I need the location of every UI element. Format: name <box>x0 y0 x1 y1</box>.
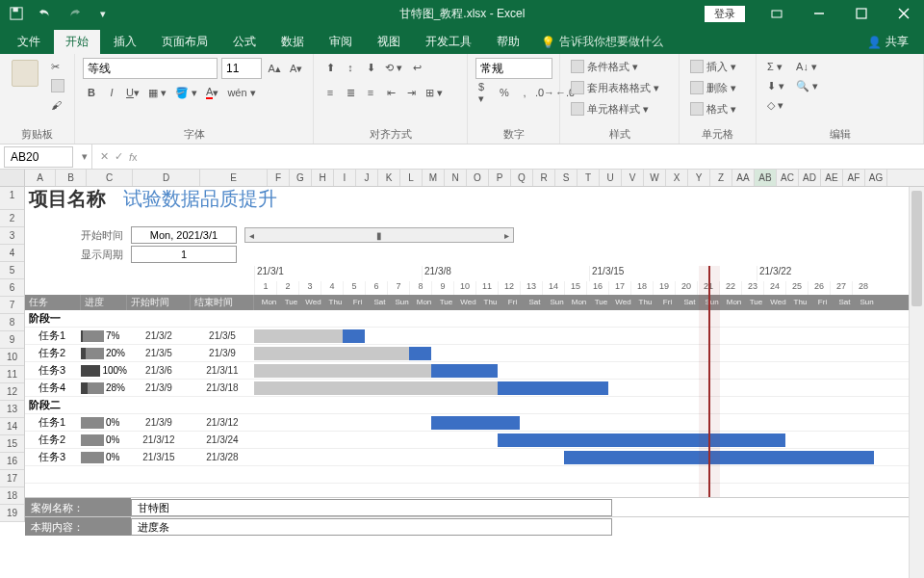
col-header-K[interactable]: K <box>378 170 400 186</box>
col-header-C[interactable]: C <box>87 170 133 186</box>
col-header-V[interactable]: V <box>622 170 644 186</box>
indent-left-icon[interactable]: ⇤ <box>382 83 399 102</box>
find-select-button[interactable]: 🔍 ▾ <box>793 77 821 94</box>
col-header-I[interactable]: I <box>334 170 356 186</box>
fill-color-button[interactable]: 🪣 ▾ <box>172 83 200 102</box>
col-header-W[interactable]: W <box>644 170 666 186</box>
save-icon[interactable] <box>6 3 27 24</box>
fx-icon[interactable]: fx <box>129 151 138 163</box>
info-case-value[interactable]: 甘特图 <box>131 499 612 516</box>
col-header-N[interactable]: N <box>445 170 467 186</box>
orientation-icon[interactable]: ⟲ ▾ <box>382 58 405 77</box>
tab-help[interactable]: 帮助 <box>485 30 531 54</box>
merge-button[interactable]: ⊞ ▾ <box>423 83 446 102</box>
col-header-D[interactable]: D <box>133 170 200 186</box>
col-header-H[interactable]: H <box>312 170 334 186</box>
formula-bar[interactable] <box>145 146 924 168</box>
tab-view[interactable]: 视图 <box>366 30 412 54</box>
col-header-AA[interactable]: AA <box>732 170 755 186</box>
row-header-12[interactable]: 12 <box>0 383 24 401</box>
bold-button[interactable]: B <box>83 83 100 102</box>
align-top-icon[interactable]: ⬆ <box>321 58 339 77</box>
border-button[interactable]: ▦ ▾ <box>145 83 169 102</box>
delete-cells-button[interactable]: 删除 ▾ <box>687 79 748 96</box>
font-size-select[interactable] <box>221 58 262 79</box>
col-header-G[interactable]: G <box>290 170 312 186</box>
name-box-dropdown-icon[interactable]: ▾ <box>77 144 92 170</box>
currency-icon[interactable]: $ ▾ <box>475 83 493 102</box>
number-format-select[interactable] <box>475 58 552 79</box>
col-header-E[interactable]: E <box>200 170 268 186</box>
align-middle-icon[interactable]: ↕ <box>342 58 359 77</box>
col-header-T[interactable]: T <box>578 170 600 186</box>
tab-home[interactable]: 开始 <box>54 30 100 54</box>
row-header-17[interactable]: 17 <box>0 470 24 487</box>
col-header-X[interactable]: X <box>666 170 688 186</box>
start-time-field[interactable]: Mon, 2021/3/1 <box>131 226 237 244</box>
row-header-18[interactable]: 18 <box>0 487 24 505</box>
scroll-right-icon[interactable]: ▸ <box>504 230 509 241</box>
login-button[interactable]: 登录 <box>705 6 745 22</box>
row-header-5[interactable]: 5 <box>0 262 24 279</box>
redo-icon[interactable] <box>64 3 85 24</box>
col-header-O[interactable]: O <box>467 170 489 186</box>
col-header-AE[interactable]: AE <box>821 170 843 186</box>
phonetic-button[interactable]: wén ▾ <box>224 83 258 102</box>
row-header-8[interactable]: 8 <box>0 314 24 331</box>
row-header-6[interactable]: 6 <box>0 279 24 297</box>
align-bottom-icon[interactable]: ⬇ <box>362 58 379 77</box>
cut-button[interactable]: ✂ <box>48 58 67 75</box>
col-header-AD[interactable]: AD <box>799 170 821 186</box>
tab-dev[interactable]: 开发工具 <box>414 30 483 54</box>
underline-button[interactable]: U ▾ <box>123 83 142 102</box>
col-header-R[interactable]: R <box>533 170 555 186</box>
col-header-Q[interactable]: Q <box>511 170 533 186</box>
col-header-F[interactable]: F <box>268 170 290 186</box>
clear-button[interactable]: ◇ ▾ <box>764 96 787 114</box>
qat-customize-icon[interactable]: ▾ <box>92 3 114 24</box>
tab-insert[interactable]: 插入 <box>102 30 148 54</box>
col-header-S[interactable]: S <box>555 170 578 186</box>
row-header-3[interactable]: 3 <box>0 227 24 245</box>
row-header-13[interactable]: 13 <box>0 401 24 418</box>
font-name-select[interactable] <box>83 58 218 79</box>
scroll-left-icon[interactable]: ◂ <box>249 230 254 241</box>
row-header-9[interactable]: 9 <box>0 331 24 349</box>
row-header-14[interactable]: 14 <box>0 418 24 435</box>
row-header-19[interactable]: 19 <box>0 505 24 522</box>
share-button[interactable]: 👤 共享 <box>858 30 918 54</box>
row-header-10[interactable]: 10 <box>0 349 24 366</box>
period-field[interactable]: 1 <box>131 246 237 263</box>
sort-filter-button[interactable]: A↓ ▾ <box>793 58 821 75</box>
table-format-button[interactable]: 套用表格格式 ▾ <box>568 79 671 96</box>
tab-formulas[interactable]: 公式 <box>221 30 268 54</box>
minimize-icon[interactable] <box>799 0 839 27</box>
percent-icon[interactable]: % <box>496 83 513 102</box>
tell-me-input[interactable]: 💡 告诉我你想要做什么 <box>533 30 671 54</box>
autosum-button[interactable]: Σ ▾ <box>764 58 787 75</box>
ribbon-display-icon[interactable] <box>757 0 797 27</box>
vertical-scrollbar[interactable] <box>909 187 924 578</box>
decrease-font-icon[interactable]: A▾ <box>288 59 306 78</box>
align-left-icon[interactable]: ≡ <box>321 83 339 102</box>
cond-format-button[interactable]: 条件格式 ▾ <box>568 58 671 75</box>
col-header-L[interactable]: L <box>400 170 423 186</box>
row-header-11[interactable]: 11 <box>0 366 24 383</box>
fill-button[interactable]: ⬇ ▾ <box>764 77 787 94</box>
col-header-U[interactable]: U <box>600 170 622 186</box>
col-header-A[interactable]: A <box>25 170 56 186</box>
col-header-Y[interactable]: Y <box>688 170 710 186</box>
col-header-AC[interactable]: AC <box>777 170 799 186</box>
indent-right-icon[interactable]: ⇥ <box>402 83 420 102</box>
timeline-scroll[interactable]: ◂▮▸ <box>244 227 514 243</box>
increase-decimal-icon[interactable]: .0→ <box>536 83 553 102</box>
tab-review[interactable]: 审阅 <box>318 30 364 54</box>
wrap-text-icon[interactable]: ↩ <box>408 58 425 77</box>
row-header-7[interactable]: 7 <box>0 297 24 314</box>
col-header-B[interactable]: B <box>56 170 87 186</box>
scrollbar-thumb[interactable] <box>911 191 922 306</box>
format-cells-button[interactable]: 格式 ▾ <box>687 100 748 118</box>
tab-layout[interactable]: 页面布局 <box>150 30 219 54</box>
col-header-AB[interactable]: AB <box>755 170 777 186</box>
comma-icon[interactable]: , <box>516 83 533 102</box>
